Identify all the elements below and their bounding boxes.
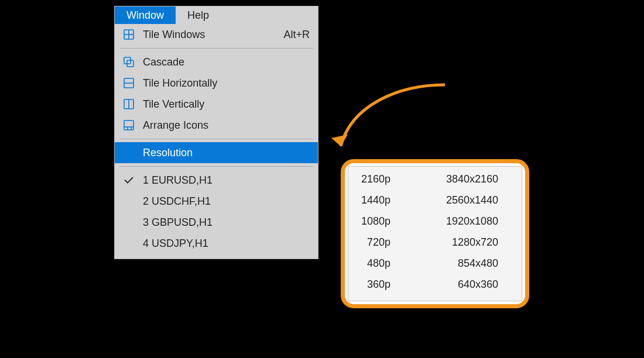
menu-item-label: Tile Vertically <box>143 98 310 111</box>
cascade-icon <box>115 56 143 68</box>
resolution-option[interactable]: 480p854x480 <box>348 253 522 274</box>
arrange-icons-icon <box>115 119 143 131</box>
resolution-size: 640x360 <box>395 278 522 291</box>
svg-marker-13 <box>331 135 348 146</box>
resolution-option[interactable]: 1080p1920x1080 <box>348 211 522 232</box>
resolution-option[interactable]: 1440p2560x1440 <box>348 190 522 211</box>
check-icon <box>115 179 143 181</box>
resolution-name: 1080p <box>348 215 395 228</box>
menu-item-label: Tile Horizontally <box>143 77 310 90</box>
resolution-option[interactable]: 2160p3840x2160 <box>348 168 522 190</box>
menu-item-tile-windows[interactable]: Tile Windows Alt+R <box>115 24 318 45</box>
tile-vertically-icon <box>115 98 143 110</box>
menu-item-open-window[interactable]: 2 USDCHF,H1 <box>115 191 318 212</box>
menu-item-cascade[interactable]: Cascade <box>115 51 318 73</box>
resolution-submenu: 2160p3840x21601440p2560x14401080p1920x10… <box>348 166 522 301</box>
window-menu-panel: Window Help Tile Windows Alt+R <box>114 6 318 259</box>
menu-separator <box>119 139 313 139</box>
menu-item-label: 4 USDJPY,H1 <box>143 237 310 250</box>
tile-windows-icon <box>115 29 143 40</box>
resolution-name: 360p <box>348 278 395 291</box>
resolution-name: 1440p <box>348 194 395 206</box>
resolution-option[interactable]: 360p640x360 <box>348 274 522 295</box>
menu-item-arrange-icons[interactable]: Arrange Icons <box>115 115 318 136</box>
resolution-option[interactable]: 720p1280x720 <box>348 232 522 253</box>
resolution-size: 854x480 <box>395 257 522 270</box>
resolution-size: 1280x720 <box>395 236 522 249</box>
menu-item-open-window[interactable]: 4 USDJPY,H1 <box>115 233 318 254</box>
menu-item-label: Resolution <box>143 147 310 159</box>
menu-item-shortcut: Alt+R <box>283 29 310 41</box>
menu-item-label: 1 EURUSD,H1 <box>143 174 310 187</box>
menu-item-label: Cascade <box>143 56 310 68</box>
menu-item-label: Arrange Icons <box>143 119 310 132</box>
resolution-size: 2560x1440 <box>395 194 522 206</box>
menubar-item-help[interactable]: Help <box>176 6 221 24</box>
resolution-size: 3840x2160 <box>395 173 522 185</box>
callout-arrow-icon <box>328 82 457 164</box>
resolution-name: 720p <box>348 236 395 249</box>
menu-item-tile-horizontally[interactable]: Tile Horizontally <box>115 73 318 94</box>
menubar-item-window[interactable]: Window <box>115 6 176 24</box>
resolution-size: 1920x1080 <box>395 215 522 228</box>
menu-item-label: 3 GBPUSD,H1 <box>143 216 310 229</box>
window-menu-list: Tile Windows Alt+R Cascade Tile Horizont… <box>115 24 318 259</box>
resolution-name: 480p <box>348 257 395 270</box>
menubar: Window Help <box>115 6 318 24</box>
menu-separator <box>119 166 313 167</box>
menu-item-tile-vertically[interactable]: Tile Vertically <box>115 94 318 115</box>
menu-item-open-window[interactable]: 3 GBPUSD,H1 <box>115 212 318 233</box>
menu-item-label: Tile Windows <box>143 29 283 41</box>
menu-separator <box>119 48 313 49</box>
menu-item-label: 2 USDCHF,H1 <box>143 195 310 208</box>
tile-horizontally-icon <box>115 77 143 89</box>
menu-item-resolution[interactable]: Resolution <box>115 142 318 163</box>
menu-item-open-window[interactable]: 1 EURUSD,H1 <box>115 170 318 191</box>
resolution-submenu-callout: 2160p3840x21601440p2560x14401080p1920x10… <box>341 159 529 308</box>
svg-rect-9 <box>124 121 133 130</box>
resolution-name: 2160p <box>348 173 395 185</box>
